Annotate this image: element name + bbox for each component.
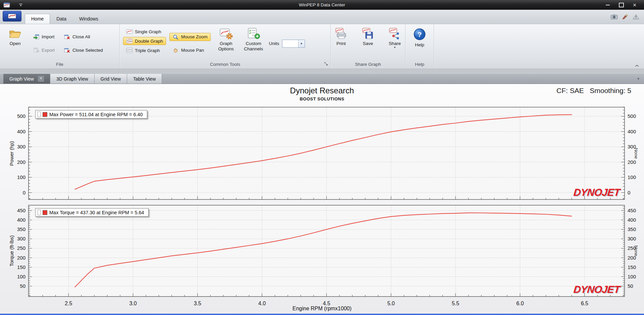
close-all-icon bbox=[64, 34, 70, 40]
dynojet-watermark: DYNOJET bbox=[573, 187, 621, 198]
close-button[interactable]: × bbox=[628, 1, 641, 9]
units-dropdown[interactable]: ▾ bbox=[282, 40, 305, 48]
mouse-pan-icon bbox=[172, 48, 179, 53]
double-graph-label: Double Graph bbox=[135, 39, 163, 44]
save-button[interactable]: Save bbox=[356, 26, 380, 61]
mouse-zoom-label: Mouse Zoom bbox=[181, 34, 208, 39]
import-icon bbox=[33, 34, 40, 40]
ribbon-tab-home[interactable]: Home bbox=[25, 14, 50, 24]
window-title: WinPEP 8 Data Center bbox=[0, 2, 644, 7]
maximize-icon bbox=[619, 3, 624, 7]
svg-text:450: 450 bbox=[17, 208, 25, 213]
triple-graph-button[interactable]: Triple Graph bbox=[123, 46, 166, 54]
torque-legend-label: Max Torque = 437.30 at Engine RPM = 5.64 bbox=[49, 210, 144, 215]
svg-text:300: 300 bbox=[17, 236, 25, 241]
tab-table-view-label: Table View bbox=[133, 76, 156, 82]
units-label: Units bbox=[269, 41, 279, 46]
svg-text:0: 0 bbox=[628, 190, 630, 195]
svg-text:150: 150 bbox=[17, 264, 25, 270]
close-selected-button[interactable]: Close Selected bbox=[61, 46, 106, 54]
svg-text:500: 500 bbox=[628, 113, 636, 119]
tab-grid-view[interactable]: Grid View bbox=[95, 74, 127, 84]
close-all-button[interactable]: Close All bbox=[61, 33, 106, 41]
common-tools-label-text: Common Tools bbox=[210, 62, 240, 67]
print-button[interactable]: Print bbox=[329, 26, 353, 61]
document-tab-bar: Graph View ✕ 3D Graph View Grid View Tab… bbox=[0, 74, 644, 84]
export-button-label: Export bbox=[42, 48, 55, 53]
open-button[interactable]: Open bbox=[3, 26, 27, 61]
ribbon-tab-home-label: Home bbox=[31, 16, 44, 21]
app-icon bbox=[3, 2, 10, 8]
collapse-ribbon-icon[interactable] bbox=[635, 64, 639, 67]
help-icon: ? bbox=[413, 28, 426, 41]
camera-icon[interactable] bbox=[610, 14, 618, 19]
winpep-window: WinPEP 8 Data Center × Home Data Windows bbox=[0, 0, 644, 315]
svg-text:50: 50 bbox=[628, 283, 633, 289]
close-tab-icon[interactable]: ✕ bbox=[38, 76, 44, 82]
triple-graph-icon bbox=[126, 48, 133, 53]
ribbon-group-file: Open Import Export Close All bbox=[0, 24, 120, 69]
quick-access-icon[interactable] bbox=[19, 3, 23, 7]
correction-factor-label: CF: SAE Smoothing: 5 bbox=[556, 87, 631, 95]
tab-grid-view-label: Grid View bbox=[101, 76, 121, 82]
single-graph-button[interactable]: Single Graph bbox=[123, 28, 166, 36]
group-label-file: File bbox=[0, 61, 119, 69]
svg-text:400: 400 bbox=[17, 129, 25, 134]
torque-series-swatch bbox=[43, 210, 47, 215]
svg-text:400: 400 bbox=[628, 217, 636, 223]
double-graph-button[interactable]: Double Graph bbox=[123, 37, 166, 45]
export-icon bbox=[33, 48, 40, 53]
power-legend-label: Max Power = 511.04 at Engine RPM = 6.40 bbox=[49, 112, 143, 117]
torque-plot-area[interactable] bbox=[29, 205, 625, 297]
ribbon-tab-windows[interactable]: Windows bbox=[73, 14, 105, 24]
mouse-zoom-button[interactable]: Mouse Zoom bbox=[169, 33, 211, 41]
group-label-share-graph: Share Graph bbox=[331, 61, 405, 69]
svg-text:150: 150 bbox=[628, 264, 636, 270]
close-icon: × bbox=[633, 2, 637, 8]
share-button[interactable]: Share ▾ bbox=[383, 26, 407, 61]
power-plot-area[interactable] bbox=[29, 107, 625, 199]
double-graph-icon bbox=[126, 38, 133, 44]
tab-table-view[interactable]: Table View bbox=[127, 74, 162, 84]
chevron-down-icon: ▾ bbox=[298, 40, 305, 47]
graph-view-panel: 0010010020020030030040040050050050501001… bbox=[0, 84, 644, 314]
tab-overflow-icon[interactable]: ▾ bbox=[637, 77, 639, 81]
warning-icon[interactable] bbox=[633, 14, 639, 19]
custom-channels-button[interactable]: Custom Channels bbox=[241, 26, 266, 61]
print-icon bbox=[334, 28, 348, 39]
svg-text:500: 500 bbox=[17, 113, 25, 119]
tab-3d-graph-view[interactable]: 3D Graph View bbox=[50, 74, 95, 84]
mouse-pan-button[interactable]: Mouse Pan bbox=[169, 46, 211, 54]
graph-options-label: Graph Options bbox=[216, 41, 236, 51]
export-button[interactable]: Export bbox=[30, 46, 58, 54]
brush-icon[interactable] bbox=[622, 14, 629, 19]
graph-title: Dynojet Research bbox=[0, 86, 644, 95]
tab-graph-view[interactable]: Graph View ✕ bbox=[3, 74, 50, 84]
dialog-launcher-icon[interactable] bbox=[324, 62, 328, 66]
save-icon bbox=[361, 28, 375, 39]
ribbon-empty-space bbox=[434, 24, 644, 69]
group-label-common-tools: Common Tools bbox=[120, 61, 330, 69]
graph-options-button[interactable]: Graph Options bbox=[214, 26, 238, 61]
ribbon-group-help: ? Help Help bbox=[406, 24, 434, 69]
legend-handle bbox=[38, 111, 41, 117]
svg-text:100: 100 bbox=[628, 274, 636, 279]
maximize-button[interactable] bbox=[614, 1, 628, 9]
power-legend[interactable]: Max Power = 511.04 at Engine RPM = 6.40 bbox=[35, 110, 147, 119]
application-menu-button[interactable] bbox=[3, 11, 21, 21]
ribbon-tab-data-label: Data bbox=[56, 16, 66, 21]
share-dropdown-icon: ▾ bbox=[394, 46, 396, 49]
ribbon-tab-data[interactable]: Data bbox=[50, 14, 73, 24]
power-right-axis-label: None bbox=[634, 148, 639, 159]
ribbon-group-common-tools: Single Graph Double Graph Triple Graph M… bbox=[120, 24, 331, 69]
help-button[interactable]: ? Help bbox=[408, 26, 431, 61]
torque-legend[interactable]: Max Torque = 437.30 at Engine RPM = 5.64 bbox=[35, 208, 149, 217]
import-button[interactable]: Import bbox=[30, 33, 58, 41]
units-control: Units ▾ bbox=[269, 40, 305, 48]
svg-text:450: 450 bbox=[628, 208, 636, 213]
close-selected-icon bbox=[64, 48, 70, 53]
power-axis-label: Power (hp) bbox=[9, 141, 14, 166]
svg-text:0: 0 bbox=[23, 190, 25, 195]
minimize-button[interactable] bbox=[601, 1, 614, 9]
svg-text:400: 400 bbox=[17, 217, 25, 223]
